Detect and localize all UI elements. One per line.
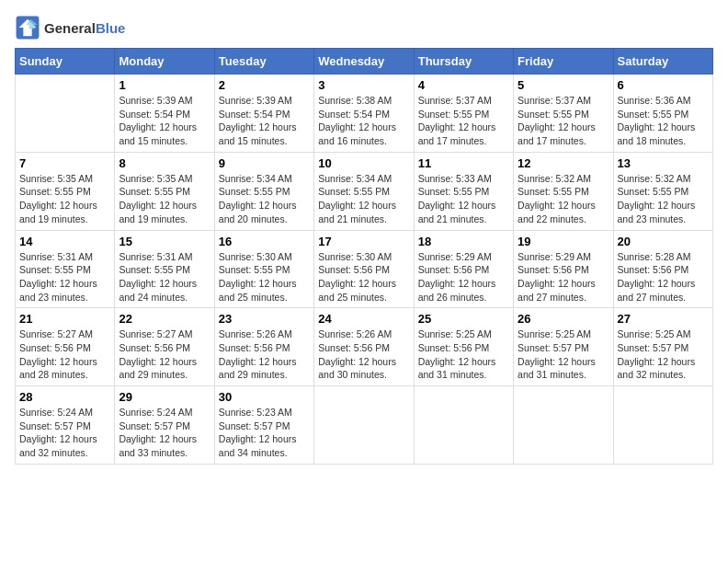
day-info: Sunrise: 5:27 AM Sunset: 5:56 PM Dayligh… bbox=[119, 327, 210, 382]
day-info: Sunrise: 5:26 AM Sunset: 5:56 PM Dayligh… bbox=[219, 327, 310, 382]
calendar-cell: 23Sunrise: 5:26 AM Sunset: 5:56 PM Dayli… bbox=[214, 308, 313, 386]
day-number: 6 bbox=[618, 78, 709, 92]
calendar-cell: 29Sunrise: 5:24 AM Sunset: 5:57 PM Dayli… bbox=[115, 386, 214, 465]
calendar-cell: 24Sunrise: 5:26 AM Sunset: 5:56 PM Dayli… bbox=[314, 308, 414, 386]
calendar-cell: 20Sunrise: 5:28 AM Sunset: 5:56 PM Dayli… bbox=[613, 230, 712, 308]
day-info: Sunrise: 5:24 AM Sunset: 5:57 PM Dayligh… bbox=[19, 406, 110, 460]
weekday-header-sunday: Sunday bbox=[16, 49, 115, 75]
calendar-cell bbox=[514, 386, 613, 465]
calendar-cell: 3Sunrise: 5:38 AM Sunset: 5:54 PM Daylig… bbox=[314, 75, 414, 153]
day-info: Sunrise: 5:25 AM Sunset: 5:57 PM Dayligh… bbox=[618, 327, 709, 382]
day-number: 13 bbox=[618, 156, 709, 170]
calendar-cell: 2Sunrise: 5:39 AM Sunset: 5:54 PM Daylig… bbox=[214, 75, 313, 153]
day-number: 1 bbox=[119, 78, 210, 92]
day-number: 25 bbox=[418, 312, 509, 326]
calendar-cell: 7Sunrise: 5:35 AM Sunset: 5:55 PM Daylig… bbox=[16, 152, 115, 230]
day-number: 17 bbox=[318, 235, 409, 248]
day-number: 14 bbox=[19, 235, 110, 248]
calendar-cell: 5Sunrise: 5:37 AM Sunset: 5:55 PM Daylig… bbox=[514, 75, 613, 153]
week-row-5: 28Sunrise: 5:24 AM Sunset: 5:57 PM Dayli… bbox=[16, 386, 713, 465]
day-info: Sunrise: 5:39 AM Sunset: 5:54 PM Dayligh… bbox=[219, 94, 310, 148]
calendar-cell: 25Sunrise: 5:25 AM Sunset: 5:56 PM Dayli… bbox=[414, 308, 513, 386]
weekday-header-tuesday: Tuesday bbox=[214, 49, 313, 75]
day-info: Sunrise: 5:26 AM Sunset: 5:56 PM Dayligh… bbox=[318, 327, 409, 382]
day-info: Sunrise: 5:30 AM Sunset: 5:56 PM Dayligh… bbox=[318, 250, 409, 304]
day-number: 29 bbox=[119, 390, 210, 404]
day-number: 15 bbox=[119, 235, 210, 248]
calendar-table: SundayMondayTuesdayWednesdayThursdayFrid… bbox=[15, 48, 713, 465]
day-number: 26 bbox=[518, 312, 609, 326]
calendar-cell: 8Sunrise: 5:35 AM Sunset: 5:55 PM Daylig… bbox=[115, 152, 214, 230]
day-info: Sunrise: 5:24 AM Sunset: 5:57 PM Dayligh… bbox=[119, 406, 210, 460]
calendar-cell: 21Sunrise: 5:27 AM Sunset: 5:56 PM Dayli… bbox=[16, 308, 115, 386]
week-row-4: 21Sunrise: 5:27 AM Sunset: 5:56 PM Dayli… bbox=[16, 308, 713, 386]
logo: GeneralBlue bbox=[15, 15, 125, 40]
day-info: Sunrise: 5:38 AM Sunset: 5:54 PM Dayligh… bbox=[318, 94, 409, 148]
weekday-header-wednesday: Wednesday bbox=[314, 49, 414, 75]
calendar-cell: 9Sunrise: 5:34 AM Sunset: 5:55 PM Daylig… bbox=[214, 152, 313, 230]
day-info: Sunrise: 5:37 AM Sunset: 5:55 PM Dayligh… bbox=[518, 94, 609, 148]
day-number: 22 bbox=[119, 312, 210, 326]
calendar-cell: 1Sunrise: 5:39 AM Sunset: 5:54 PM Daylig… bbox=[115, 75, 214, 153]
day-info: Sunrise: 5:36 AM Sunset: 5:55 PM Dayligh… bbox=[618, 94, 709, 148]
day-number: 12 bbox=[518, 156, 609, 170]
day-info: Sunrise: 5:33 AM Sunset: 5:55 PM Dayligh… bbox=[418, 172, 509, 226]
calendar-cell: 18Sunrise: 5:29 AM Sunset: 5:56 PM Dayli… bbox=[414, 230, 513, 308]
day-number: 16 bbox=[219, 235, 310, 248]
logo-text: GeneralBlue bbox=[44, 20, 125, 36]
day-info: Sunrise: 5:23 AM Sunset: 5:57 PM Dayligh… bbox=[219, 406, 310, 460]
day-number: 3 bbox=[318, 78, 409, 92]
day-number: 28 bbox=[19, 390, 110, 404]
calendar-cell: 30Sunrise: 5:23 AM Sunset: 5:57 PM Dayli… bbox=[214, 386, 313, 465]
day-number: 18 bbox=[418, 235, 509, 248]
calendar-cell: 14Sunrise: 5:31 AM Sunset: 5:55 PM Dayli… bbox=[16, 230, 115, 308]
day-info: Sunrise: 5:32 AM Sunset: 5:55 PM Dayligh… bbox=[618, 172, 709, 226]
calendar-cell: 15Sunrise: 5:31 AM Sunset: 5:55 PM Dayli… bbox=[115, 230, 214, 308]
calendar-cell: 6Sunrise: 5:36 AM Sunset: 5:55 PM Daylig… bbox=[613, 75, 712, 153]
day-number: 20 bbox=[618, 235, 709, 248]
page-header: GeneralBlue bbox=[15, 15, 713, 40]
calendar-cell: 26Sunrise: 5:25 AM Sunset: 5:57 PM Dayli… bbox=[514, 308, 613, 386]
day-info: Sunrise: 5:35 AM Sunset: 5:55 PM Dayligh… bbox=[19, 172, 110, 226]
week-row-3: 14Sunrise: 5:31 AM Sunset: 5:55 PM Dayli… bbox=[16, 230, 713, 308]
calendar-cell: 13Sunrise: 5:32 AM Sunset: 5:55 PM Dayli… bbox=[613, 152, 712, 230]
week-row-2: 7Sunrise: 5:35 AM Sunset: 5:55 PM Daylig… bbox=[16, 152, 713, 230]
day-info: Sunrise: 5:30 AM Sunset: 5:55 PM Dayligh… bbox=[219, 250, 310, 304]
weekday-header-thursday: Thursday bbox=[414, 49, 513, 75]
day-number: 4 bbox=[418, 78, 509, 92]
week-row-1: 1Sunrise: 5:39 AM Sunset: 5:54 PM Daylig… bbox=[16, 75, 713, 153]
day-info: Sunrise: 5:28 AM Sunset: 5:56 PM Dayligh… bbox=[618, 250, 709, 304]
weekday-header-row: SundayMondayTuesdayWednesdayThursdayFrid… bbox=[16, 49, 713, 75]
logo-icon bbox=[15, 15, 40, 40]
calendar-cell: 10Sunrise: 5:34 AM Sunset: 5:55 PM Dayli… bbox=[314, 152, 414, 230]
weekday-header-monday: Monday bbox=[115, 49, 214, 75]
day-number: 27 bbox=[618, 312, 709, 326]
day-number: 10 bbox=[318, 156, 409, 170]
day-number: 5 bbox=[518, 78, 609, 92]
day-number: 8 bbox=[119, 156, 210, 170]
weekday-header-friday: Friday bbox=[514, 49, 613, 75]
calendar-cell: 16Sunrise: 5:30 AM Sunset: 5:55 PM Dayli… bbox=[214, 230, 313, 308]
day-number: 9 bbox=[219, 156, 310, 170]
day-number: 11 bbox=[418, 156, 509, 170]
day-info: Sunrise: 5:27 AM Sunset: 5:56 PM Dayligh… bbox=[19, 327, 110, 382]
day-info: Sunrise: 5:35 AM Sunset: 5:55 PM Dayligh… bbox=[119, 172, 210, 226]
day-number: 23 bbox=[219, 312, 310, 326]
day-number: 7 bbox=[19, 156, 110, 170]
day-info: Sunrise: 5:31 AM Sunset: 5:55 PM Dayligh… bbox=[119, 250, 210, 304]
day-info: Sunrise: 5:29 AM Sunset: 5:56 PM Dayligh… bbox=[418, 250, 509, 304]
calendar-cell: 28Sunrise: 5:24 AM Sunset: 5:57 PM Dayli… bbox=[16, 386, 115, 465]
calendar-cell: 11Sunrise: 5:33 AM Sunset: 5:55 PM Dayli… bbox=[414, 152, 513, 230]
day-number: 21 bbox=[19, 312, 110, 326]
day-info: Sunrise: 5:37 AM Sunset: 5:55 PM Dayligh… bbox=[418, 94, 509, 148]
calendar-cell bbox=[314, 386, 414, 465]
calendar-cell bbox=[613, 386, 712, 465]
calendar-cell: 12Sunrise: 5:32 AM Sunset: 5:55 PM Dayli… bbox=[514, 152, 613, 230]
day-info: Sunrise: 5:29 AM Sunset: 5:56 PM Dayligh… bbox=[518, 250, 609, 304]
day-info: Sunrise: 5:34 AM Sunset: 5:55 PM Dayligh… bbox=[219, 172, 310, 226]
day-info: Sunrise: 5:32 AM Sunset: 5:55 PM Dayligh… bbox=[518, 172, 609, 226]
calendar-cell: 19Sunrise: 5:29 AM Sunset: 5:56 PM Dayli… bbox=[514, 230, 613, 308]
day-number: 2 bbox=[219, 78, 310, 92]
day-number: 19 bbox=[518, 235, 609, 248]
day-info: Sunrise: 5:39 AM Sunset: 5:54 PM Dayligh… bbox=[119, 94, 210, 148]
